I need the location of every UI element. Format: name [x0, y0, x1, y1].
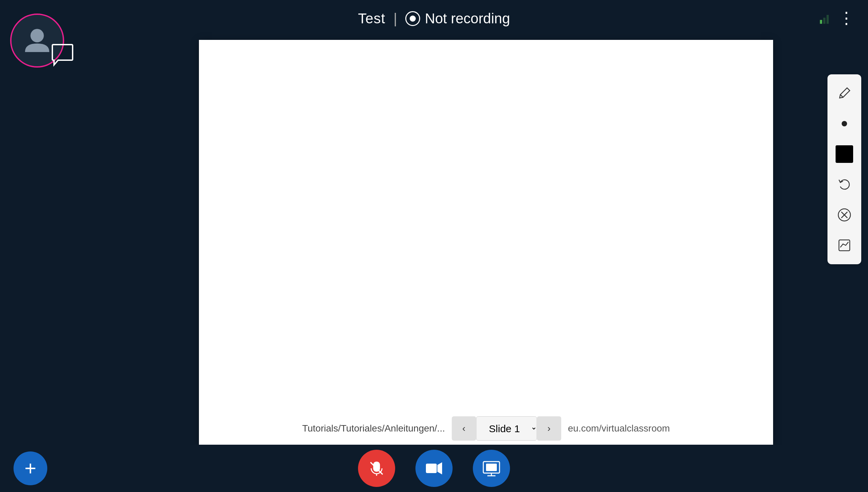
screen-share-button[interactable] — [473, 450, 510, 487]
left-panel — [0, 0, 105, 458]
slide-path-text: Tutorials/Tutoriales/Anleitungen/... — [296, 423, 452, 434]
svg-rect-8 — [839, 240, 850, 251]
signal-icon — [819, 11, 832, 26]
top-right-controls: ⋮ — [806, 0, 868, 36]
svg-rect-2 — [826, 15, 829, 24]
pencil-tool-button[interactable] — [831, 80, 858, 107]
session-title: Test — [358, 10, 385, 27]
slide-toolbar: Tutorials/Tutoriales/Anleitungen/... ‹ S… — [296, 416, 677, 445]
header: Test | Not recording — [0, 0, 868, 37]
undo-button[interactable] — [831, 171, 858, 198]
recording-status-text: Not recording — [425, 10, 510, 27]
svg-rect-1 — [823, 18, 825, 24]
recording-dot-icon — [405, 11, 420, 26]
mic-button[interactable] — [358, 450, 395, 487]
svg-point-4 — [842, 121, 847, 126]
brush-size-button[interactable] — [831, 110, 858, 137]
slide-area: Tutorials/Tutoriales/Anleitungen/... ‹ S… — [104, 27, 868, 458]
add-icon: + — [24, 458, 36, 478]
bottom-bar: + — [0, 445, 868, 492]
header-divider: | — [393, 10, 397, 27]
recording-dot-inner — [410, 16, 416, 22]
chart-button[interactable] — [831, 232, 858, 259]
video-button[interactable] — [415, 450, 453, 487]
next-slide-button[interactable]: › — [537, 416, 561, 441]
prev-slide-button[interactable]: ‹ — [452, 416, 476, 441]
slide-url-text: eu.com/virtualclassroom — [561, 423, 676, 434]
more-menu-icon[interactable]: ⋮ — [838, 10, 854, 26]
svg-rect-11 — [426, 464, 437, 473]
svg-marker-12 — [437, 462, 442, 474]
svg-rect-0 — [820, 20, 822, 24]
slide-container: Tutorials/Tutoriales/Anleitungen/... ‹ S… — [199, 40, 773, 445]
clear-button[interactable] — [831, 201, 858, 228]
recording-indicator: Not recording — [405, 10, 510, 27]
svg-rect-16 — [486, 464, 497, 471]
drawing-toolbar — [827, 74, 861, 264]
slide-selector[interactable]: Slide 1 — [476, 416, 537, 441]
color-box — [836, 145, 853, 163]
chat-bubble-icon — [51, 44, 74, 68]
add-button[interactable]: + — [14, 451, 47, 485]
color-picker-button[interactable] — [831, 141, 858, 168]
